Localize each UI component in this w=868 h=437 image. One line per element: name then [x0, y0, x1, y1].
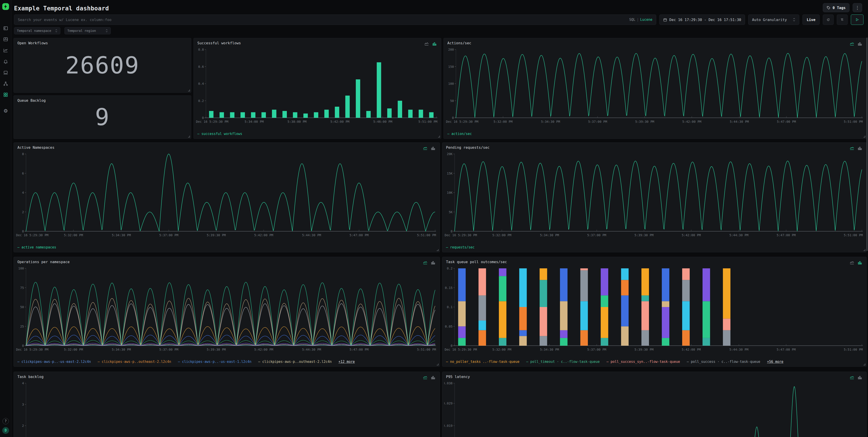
bar-chart-icon[interactable]	[857, 41, 862, 46]
svg-text:2: 2	[22, 424, 24, 428]
svg-text:0.15: 0.15	[445, 286, 453, 290]
resize-handle[interactable]	[188, 90, 190, 91]
kebab-icon: ⋮	[855, 5, 860, 10]
legend-item[interactable]: —successful workflows	[197, 132, 242, 136]
legend-item[interactable]: —poll_success_syn..-flow-task-queue	[607, 360, 680, 364]
area-chart-icon[interactable]	[424, 41, 429, 46]
legend-item[interactable]: —clickpipes-aws-p..outheast-2.l2c4n	[258, 360, 332, 364]
svg-text:5:32:00 PM: 5:32:00 PM	[64, 233, 83, 237]
operations-per-namespace-chart: 0255075100Dec 16 5:29:30 PM5:32:00 PM5:3…	[16, 267, 437, 352]
area-chart-icon[interactable]	[849, 41, 855, 46]
sidebar-item-alerts[interactable]	[3, 59, 8, 64]
bar-chart-icon[interactable]	[857, 260, 862, 265]
app-logo[interactable]	[2, 3, 9, 10]
area-chart-icon[interactable]	[849, 146, 855, 151]
svg-text:0: 0	[202, 116, 204, 120]
svg-text:10K: 10K	[447, 191, 453, 194]
sidebar: ⚙ ? D	[0, 0, 11, 437]
bar-chart-icon[interactable]	[431, 375, 436, 380]
legend-item[interactable]: —clickpipes-aws-p..-us-east-2.l2c4n	[18, 360, 91, 364]
svg-text:5:34:30 PM: 5:34:30 PM	[112, 233, 131, 237]
resize-handle[interactable]	[437, 364, 438, 365]
sidebar-item-sessions[interactable]	[3, 70, 8, 75]
filter-button[interactable]	[837, 14, 848, 25]
svg-text:5:47:00 PM: 5:47:00 PM	[777, 233, 796, 237]
tags-button[interactable]: 0 Tags	[823, 3, 849, 12]
svg-text:5:44:30 PM: 5:44:30 PM	[730, 233, 748, 237]
svg-text:0: 0	[451, 344, 453, 347]
sidebar-item-settings[interactable]: ⚙	[3, 108, 8, 114]
legend-item[interactable]: —clickpipes-aws-p..-us-east-1.l2c4n	[178, 360, 251, 364]
search-input[interactable]	[18, 18, 627, 22]
svg-text:5:47:00 PM: 5:47:00 PM	[349, 348, 368, 351]
svg-text:0: 0	[451, 229, 453, 233]
bar-chart-icon[interactable]	[431, 146, 436, 151]
legend-item[interactable]: —poll_timeout · c..-flow-task-queue	[526, 360, 600, 364]
svg-text:4: 4	[22, 191, 24, 194]
sidebar-item-dashboards[interactable]	[3, 92, 8, 98]
svg-text:5:42:00 PM: 5:42:00 PM	[254, 348, 273, 351]
refresh-button[interactable]	[823, 14, 834, 25]
legend-item[interactable]: —requests/sec	[446, 245, 474, 249]
legend-more-link[interactable]: +12 more	[338, 360, 355, 364]
tag-icon	[827, 6, 831, 10]
bar-chart-icon[interactable]	[857, 146, 862, 151]
resize-handle[interactable]	[438, 136, 440, 137]
sidebar-item-collapse-panel[interactable]	[3, 25, 8, 31]
run-query-button[interactable]	[851, 14, 864, 25]
legend-item[interactable]: —active namespaces	[18, 245, 56, 249]
legend-item[interactable]: —clickpipes-aws-p..outheast-2.l2c4n	[98, 360, 171, 364]
resize-handle[interactable]	[437, 249, 438, 251]
svg-text:Dec 16 5:29:30 PM: Dec 16 5:29:30 PM	[446, 120, 478, 123]
resize-handle[interactable]	[864, 136, 865, 137]
legend-item[interactable]: —no_poller_tasks ..-flow-task-queue	[446, 360, 520, 364]
sidebar-item-data-table[interactable]	[3, 36, 8, 42]
svg-text:150: 150	[448, 65, 454, 68]
svg-text:5:34:30 PM: 5:34:30 PM	[540, 233, 559, 237]
area-chart-icon[interactable]	[849, 260, 855, 265]
resize-handle[interactable]	[188, 136, 190, 137]
panel-title: P95 latency	[446, 375, 470, 379]
bar-chart-icon[interactable]	[857, 375, 862, 380]
svg-text:5:32:00 PM: 5:32:00 PM	[492, 348, 511, 351]
area-chart-icon[interactable]	[423, 260, 428, 265]
live-button[interactable]: Live	[802, 14, 819, 25]
svg-text:6: 6	[22, 171, 24, 175]
svg-text:5:42:00 PM: 5:42:00 PM	[682, 120, 701, 123]
sidebar-item-chart-explorer[interactable]	[3, 48, 8, 53]
panel-successful-workflows: Successful workflows 00.20.40.60.8Dec 16…	[193, 38, 441, 139]
svg-text:200: 200	[448, 48, 454, 51]
chart-type-toggle	[423, 375, 436, 380]
resize-handle[interactable]	[864, 364, 865, 365]
legend-item[interactable]: —poll_success · c..-flow-task-queue	[687, 360, 760, 364]
legend-item[interactable]: —action/sec	[447, 132, 472, 136]
more-options-button[interactable]: ⋮	[852, 3, 862, 12]
user-avatar[interactable]: D	[2, 427, 9, 434]
date-range-picker[interactable]: Dec 16 17:29:30 - Dec 16 17:51:30	[659, 14, 745, 25]
area-chart-icon[interactable]	[423, 146, 428, 151]
granularity-select[interactable]: Auto Granularity	[748, 14, 799, 25]
area-chart-icon[interactable]	[423, 375, 428, 380]
resize-handle[interactable]	[864, 249, 865, 251]
panel-title: Pending requests/sec	[446, 145, 490, 150]
help-button[interactable]: ?	[2, 418, 9, 424]
sidebar-item-service-map[interactable]	[3, 81, 8, 87]
area-chart-icon[interactable]	[849, 375, 855, 380]
svg-text:5:32:00 PM: 5:32:00 PM	[493, 120, 513, 123]
bar-chart-icon[interactable]	[432, 41, 437, 46]
filter-temporal-namespace[interactable]: Temporal namespace	[14, 27, 60, 34]
gear-icon: ⚙	[3, 108, 8, 114]
filter-temporal-region[interactable]: Temporal region	[64, 27, 111, 34]
filter-edit-icon	[841, 18, 844, 22]
svg-text:5:32:00 PM: 5:32:00 PM	[492, 233, 511, 237]
legend-more-link[interactable]: +56 more	[767, 360, 783, 364]
svg-text:5:47:00 PM: 5:47:00 PM	[777, 120, 796, 123]
page-scrollbar[interactable]	[866, 37, 868, 251]
active-namespaces-chart: 02468Dec 16 5:29:30 PM5:32:00 PM5:34:30 …	[16, 152, 437, 238]
chart-explorer-icon	[3, 48, 8, 53]
query-mode-toggle[interactable]: SQL|Lucene	[629, 18, 652, 22]
bar-chart-icon[interactable]	[431, 260, 436, 265]
laptop-icon	[3, 70, 8, 75]
panel-title: Task queue poll outcomes/sec	[446, 260, 507, 264]
svg-text:5:37:00 PM: 5:37:00 PM	[588, 120, 607, 123]
